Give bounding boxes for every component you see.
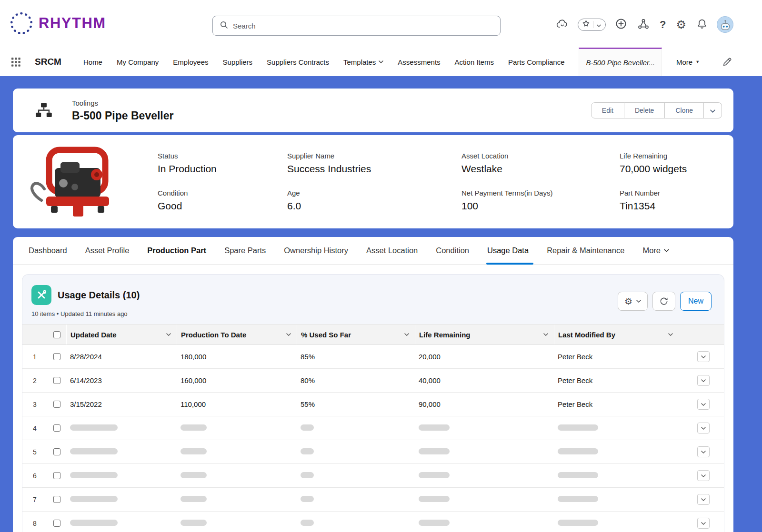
tab-label: Condition bbox=[436, 246, 469, 255]
nav-item-parts-compliance[interactable]: Parts Compliance bbox=[508, 58, 564, 66]
row-actions-button[interactable] bbox=[697, 351, 710, 362]
row-checkbox[interactable] bbox=[47, 496, 66, 503]
tab-condition[interactable]: Condition bbox=[436, 237, 469, 264]
tab-label: Ownership History bbox=[284, 246, 348, 255]
nav-item-suppliers-contracts[interactable]: Suppliers Contracts bbox=[267, 58, 329, 66]
tab-usage-data[interactable]: Usage Data bbox=[487, 237, 529, 264]
tab-ownership-history[interactable]: Ownership History bbox=[284, 237, 348, 264]
orbit-nodes-icon bbox=[637, 18, 650, 31]
refresh-icon bbox=[659, 296, 669, 306]
tab-production-part[interactable]: Production Part bbox=[147, 237, 206, 264]
edit-button[interactable]: Edit bbox=[591, 102, 624, 118]
help-button[interactable]: ? bbox=[659, 18, 667, 32]
column-header-last-modified-by[interactable]: Last Modified By bbox=[554, 325, 679, 345]
new-button[interactable]: New bbox=[680, 292, 712, 311]
table-row: 7 bbox=[22, 488, 724, 512]
row-actions-button[interactable] bbox=[697, 518, 710, 529]
tab-label: Asset Location bbox=[366, 246, 418, 255]
skeleton-placeholder bbox=[180, 448, 207, 454]
skeleton-placeholder bbox=[180, 520, 207, 526]
column-header-used-so-far[interactable]: % Used So Far bbox=[297, 325, 415, 345]
nav-item-suppliers[interactable]: Suppliers bbox=[223, 58, 253, 66]
app-launcher-waffle-icon[interactable] bbox=[11, 58, 20, 67]
nav-more[interactable]: More ▼ bbox=[676, 58, 700, 66]
row-actions-button[interactable] bbox=[697, 470, 710, 481]
row-checkbox[interactable] bbox=[47, 353, 66, 360]
record-tabs-card: DashboardAsset ProfileProduction PartSpa… bbox=[13, 237, 733, 532]
row-actions-button[interactable] bbox=[697, 446, 710, 457]
chevron-down-icon bbox=[668, 333, 673, 336]
setup-button[interactable]: ⚙ bbox=[675, 18, 687, 31]
tab-asset-location[interactable]: Asset Location bbox=[366, 237, 418, 264]
avatar[interactable] bbox=[717, 16, 733, 33]
tab-asset-profile[interactable]: Asset Profile bbox=[85, 237, 130, 264]
favorites-control[interactable] bbox=[578, 19, 606, 31]
skeleton-placeholder bbox=[70, 448, 118, 454]
row-actions-button[interactable] bbox=[697, 375, 710, 386]
tab-more[interactable]: More bbox=[642, 237, 669, 264]
refresh-button[interactable] bbox=[652, 292, 675, 311]
usage-details-panel: Usage Details (10) 10 items • Updated 11… bbox=[22, 274, 724, 532]
field-asset-location: Asset Location Westlake bbox=[461, 152, 620, 175]
delete-button[interactable]: Delete bbox=[624, 102, 665, 118]
edit-nav-pencil-icon[interactable] bbox=[721, 56, 733, 68]
nav-item-employees[interactable]: Employees bbox=[173, 58, 208, 66]
column-header-updated-date[interactable]: Updated Date bbox=[66, 325, 177, 345]
nav-item-active-record-tab[interactable]: B-500 Pipe Beveller... bbox=[579, 48, 662, 76]
nav-item-action-items[interactable]: Action Items bbox=[455, 58, 494, 66]
list-settings-button[interactable]: ⚙ bbox=[618, 292, 648, 311]
field-label: Part Number bbox=[620, 189, 722, 197]
tab-repair-maintenance[interactable]: Repair & Maintenance bbox=[547, 237, 624, 264]
skeleton-placeholder bbox=[419, 520, 450, 526]
tab-label: Asset Profile bbox=[85, 246, 130, 255]
chevron-down-icon bbox=[379, 60, 383, 63]
field-value: Westlake bbox=[461, 163, 620, 175]
tab-spare-parts[interactable]: Spare Parts bbox=[224, 237, 266, 264]
brand-name: RHYTHM bbox=[39, 15, 106, 32]
nav-item-label: Assessments bbox=[398, 58, 440, 66]
star-icon bbox=[582, 20, 590, 29]
app-name: SRCM bbox=[35, 57, 61, 67]
chevron-down-icon bbox=[543, 333, 548, 336]
more-actions-button[interactable] bbox=[704, 102, 722, 118]
column-header-life-remaining[interactable]: Life Remaining bbox=[415, 325, 554, 345]
table-row: 8 bbox=[22, 512, 724, 532]
chevron-down-icon bbox=[597, 20, 601, 29]
notifications-button[interactable] bbox=[695, 17, 709, 32]
search-input[interactable] bbox=[233, 22, 493, 30]
table-cell: 6/14/2023 bbox=[66, 376, 177, 384]
field-label: Life Remaining bbox=[620, 152, 722, 160]
row-checkbox[interactable] bbox=[47, 424, 66, 432]
ecosystem-button[interactable] bbox=[636, 17, 651, 32]
row-checkbox[interactable] bbox=[47, 520, 66, 527]
chevron-down-icon bbox=[404, 333, 409, 336]
chevron-down-icon bbox=[286, 333, 291, 336]
nav-item-templates[interactable]: Templates bbox=[343, 58, 383, 66]
header-actions-cell bbox=[679, 325, 724, 345]
add-button[interactable] bbox=[614, 17, 628, 32]
row-actions-button[interactable] bbox=[697, 399, 710, 410]
global-search[interactable] bbox=[212, 16, 501, 36]
list-meta-text: 10 items • Updated 11 minutes ago bbox=[31, 310, 712, 317]
field-value: 6.0 bbox=[287, 200, 461, 212]
select-all-checkbox[interactable] bbox=[47, 325, 66, 345]
table-cell: 160,000 bbox=[177, 376, 297, 384]
table-row: 3 3/15/2022110,00055%90,000Peter Beck bbox=[22, 393, 724, 416]
field-value: 70,000 widgets bbox=[620, 163, 722, 175]
row-checkbox[interactable] bbox=[47, 448, 66, 455]
clone-button[interactable]: Clone bbox=[665, 102, 704, 118]
nav-item-label: Templates bbox=[343, 58, 376, 66]
row-checkbox[interactable] bbox=[47, 472, 66, 479]
nav-item-assessments[interactable]: Assessments bbox=[398, 58, 440, 66]
column-header-production-to-date[interactable]: Production To Date bbox=[177, 325, 297, 345]
einstein-button[interactable] bbox=[555, 17, 570, 32]
row-checkbox[interactable] bbox=[47, 401, 66, 408]
table-cell: 180,000 bbox=[177, 353, 297, 361]
usage-details-title: Usage Details (10) bbox=[58, 290, 140, 301]
row-checkbox[interactable] bbox=[47, 377, 66, 384]
row-actions-button[interactable] bbox=[697, 423, 710, 433]
row-actions-button[interactable] bbox=[697, 494, 710, 505]
nav-item-home[interactable]: Home bbox=[83, 58, 102, 66]
tab-dashboard[interactable]: Dashboard bbox=[29, 237, 67, 264]
nav-item-my-company[interactable]: My Company bbox=[117, 58, 159, 66]
